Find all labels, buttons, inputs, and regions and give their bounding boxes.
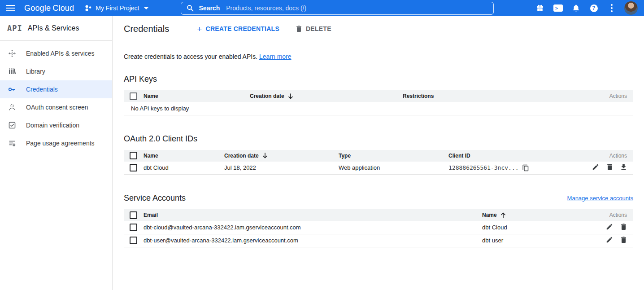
service-account-email: dbt-cloud@vaulted-arcana-332422.iam.gser… [144, 224, 301, 231]
brand-google: Google [24, 4, 51, 13]
sidebar-item-label: OAuth consent screen [26, 104, 88, 111]
select-all-checkbox[interactable] [130, 92, 137, 100]
sidebar-item-label: Library [26, 68, 45, 75]
delete-row-icon[interactable] [620, 223, 627, 230]
service-account-name: dbt user [482, 237, 503, 244]
row-checkbox[interactable] [130, 164, 137, 171]
cloud-shell-icon[interactable]: >_ [549, 0, 567, 16]
column-header-type: Type [339, 153, 351, 159]
enabled-apis-icon [8, 49, 16, 57]
row-checkbox[interactable] [130, 224, 137, 231]
search-icon [187, 4, 194, 12]
service-account-name: dbt Cloud [482, 224, 507, 231]
sidebar-item-library[interactable]: Library [0, 62, 112, 80]
search-label: Search [199, 4, 220, 12]
api-keys-table: Name Creation date Restrictions Actions [124, 90, 633, 115]
trash-icon [296, 25, 302, 32]
delete-row-icon[interactable] [620, 236, 627, 243]
service-accounts-title: Service Accounts [124, 193, 186, 203]
notifications-icon[interactable] [567, 0, 585, 16]
api-logo-icon: API [7, 24, 22, 33]
create-credentials-label: CREATE CREDENTIALS [206, 25, 279, 32]
help-glyph: ? [590, 4, 598, 12]
column-header-email: Email [144, 212, 158, 218]
sidebar-item-domain-verification[interactable]: Domain verification [0, 116, 112, 134]
oauth-consent-icon [8, 103, 16, 111]
column-header-actions: Actions [609, 153, 627, 159]
oauth-client-type: Web application [339, 164, 380, 171]
sort-ascending-icon [500, 212, 506, 219]
oauth-client-row: dbt Cloud Jul 18, 2022 Web application 1… [124, 162, 633, 175]
page-usage-icon [8, 139, 16, 147]
api-keys-empty-row: No API keys to display [124, 102, 633, 115]
column-header-name[interactable]: Name [144, 93, 158, 99]
column-header-name[interactable]: Name [482, 212, 506, 219]
google-cloud-logo[interactable]: GoogleCloud [24, 4, 74, 13]
delete-row-icon[interactable] [606, 163, 613, 171]
download-icon[interactable] [620, 163, 627, 171]
edit-icon[interactable] [606, 236, 613, 243]
select-all-checkbox[interactable] [130, 152, 137, 159]
library-icon [8, 67, 16, 75]
sidebar-item-label: Credentials [26, 86, 58, 93]
search-placeholder: Products, resources, docs (/) [226, 4, 306, 12]
brand-cloud: Cloud [52, 4, 74, 13]
oauth-clients-title: OAuth 2.0 Client IDs [124, 134, 633, 144]
sidebar-item-enabled-apis[interactable]: Enabled APIs & services [0, 44, 112, 62]
learn-more-link[interactable]: Learn more [259, 53, 292, 60]
key-icon [8, 85, 16, 93]
edit-icon[interactable] [592, 163, 599, 171]
api-keys-header-row: Name Creation date Restrictions Actions [124, 90, 633, 102]
chevron-down-icon [144, 7, 148, 9]
oauth-client-id-value: 128886265561-3ncv... [448, 164, 519, 171]
column-header-restrictions: Restrictions [403, 93, 434, 99]
oauth-client-creation-date: Jul 18, 2022 [224, 164, 256, 171]
service-accounts-table: Email Name Actions dbt-cloud@vault [124, 209, 633, 247]
empty-state-message: No API keys to display [131, 105, 189, 112]
sidebar-item-label: Enabled APIs & services [26, 50, 95, 57]
intro-sentence: Create credentials to access your enable… [124, 53, 257, 60]
project-icon [85, 4, 92, 12]
oauth-header-row: Name Creation date Type Client ID Action… [124, 150, 633, 162]
column-header-creation-date[interactable]: Creation date [224, 152, 268, 159]
search-input[interactable]: Search Products, resources, docs (/) [181, 2, 494, 15]
sidebar-item-credentials[interactable]: Credentials [0, 80, 112, 98]
column-header-creation-date[interactable]: Creation date [250, 93, 294, 100]
help-icon[interactable]: ? [585, 0, 603, 16]
service-account-email: dbt-user@vaulted-arcana-332422.iam.gserv… [144, 237, 298, 244]
sidebar-item-page-usage[interactable]: Page usage agreements [0, 134, 112, 152]
sidebar-title: APIs & Services [28, 24, 79, 32]
sort-descending-icon [287, 93, 294, 100]
more-dots [611, 4, 613, 12]
sidebar-item-label: Domain verification [26, 122, 79, 129]
service-accounts-header-row: Email Name Actions [124, 209, 633, 221]
project-selector[interactable]: My First Project [85, 4, 148, 12]
delete-label: DELETE [306, 25, 331, 32]
edit-icon[interactable] [606, 223, 613, 230]
project-name: My First Project [96, 4, 139, 12]
row-checkbox[interactable] [130, 237, 137, 244]
menu-icon[interactable] [0, 0, 21, 16]
sidebar-nav: Enabled APIs & services Library Credenti… [0, 41, 112, 152]
oauth-clients-table: Name Creation date Type Client ID Action… [124, 150, 633, 175]
copy-icon[interactable] [522, 164, 529, 171]
column-header-actions: Actions [609, 93, 627, 99]
sidebar-item-oauth-consent[interactable]: OAuth consent screen [0, 98, 112, 116]
gift-icon[interactable] [531, 0, 549, 16]
more-options-icon[interactable] [603, 0, 621, 16]
service-account-row: dbt-cloud@vaulted-arcana-332422.iam.gser… [124, 221, 633, 234]
top-navigation-bar: GoogleCloud My First Project Search Prod… [0, 0, 644, 16]
cloud-shell-glyph: >_ [553, 4, 563, 12]
delete-button[interactable]: DELETE [296, 25, 331, 32]
manage-service-accounts-link[interactable]: Manage service accounts [567, 195, 633, 202]
create-credentials-button[interactable]: + CREATE CREDENTIALS [197, 25, 279, 33]
page-header: Credentials + CREATE CREDENTIALS DELETE [124, 16, 633, 41]
user-avatar[interactable] [624, 1, 638, 15]
topbar-actions: >_ ? [531, 0, 644, 16]
service-account-row: dbt-user@vaulted-arcana-332422.iam.gserv… [124, 234, 633, 247]
plus-icon: + [197, 25, 202, 33]
select-all-checkbox[interactable] [130, 211, 137, 219]
main-content: Credentials + CREATE CREDENTIALS DELETE … [113, 16, 644, 290]
column-header-actions: Actions [609, 212, 627, 218]
column-header-name[interactable]: Name [144, 153, 158, 159]
